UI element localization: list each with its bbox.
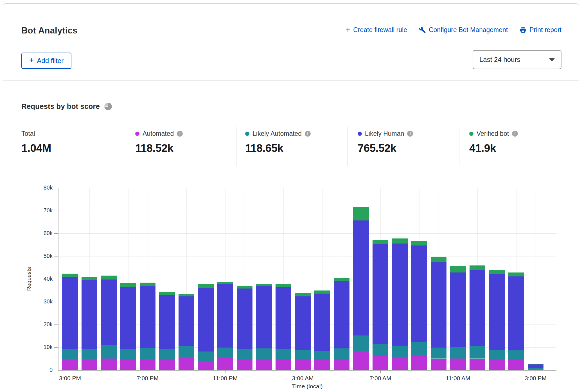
y-tick-label: 10k — [27, 344, 53, 350]
info-icon[interactable]: i — [305, 131, 311, 137]
x-tick — [225, 370, 225, 373]
bar-segment-automated — [353, 351, 369, 370]
header-actions: + Create firewall rule Configure Bot Man… — [346, 26, 561, 34]
x-tick — [70, 370, 70, 373]
bar-segment-likely-human — [314, 294, 330, 351]
bar-segment-automated — [179, 357, 194, 370]
bar-segment-likely-human — [470, 270, 485, 346]
stat-value: 118.52k — [135, 142, 183, 154]
bar-segment-likely-automated — [314, 351, 330, 360]
gridline — [58, 233, 556, 234]
bar-segment-likely-automated — [82, 349, 97, 359]
stat-divider — [459, 127, 459, 166]
bar-segment-automated — [101, 359, 117, 370]
section-title-row: Requests by bot score — [21, 102, 112, 111]
bar-segment-likely-human — [276, 287, 291, 349]
y-tick-label: 30k — [27, 298, 53, 305]
bar-segment-verified-bot — [295, 293, 311, 297]
bar-segment-automated — [489, 359, 505, 370]
bar-segment-automated — [450, 359, 466, 370]
bar-segment-likely-human — [140, 286, 155, 348]
y-tick-label: 80k — [27, 184, 53, 191]
y-tick — [54, 347, 58, 348]
y-tick — [54, 370, 58, 370]
section-title: Requests by bot score — [21, 102, 100, 111]
bar-segment-verified-bot — [334, 278, 349, 281]
bar-segment-likely-human — [392, 244, 408, 346]
bar-segment-automated — [217, 358, 233, 370]
y-tick — [54, 325, 58, 325]
bar-segment-likely-human — [179, 296, 194, 346]
x-tick — [303, 370, 303, 373]
x-tick-label: 3:00 AM — [283, 375, 322, 382]
stat-col-total: Total1.04M — [21, 130, 51, 154]
print-report-link[interactable]: Print report — [520, 26, 561, 34]
info-icon[interactable]: i — [512, 131, 518, 137]
x-tick-label: 7:00 AM — [361, 375, 400, 382]
bar-segment-verified-bot — [217, 282, 233, 284]
bar-segment-automated — [470, 359, 485, 370]
bar-segment-automated — [82, 359, 97, 370]
add-filter-button[interactable]: + Add filter — [21, 53, 71, 69]
configure-bot-management-link[interactable]: Configure Bot Management — [419, 26, 508, 34]
bar-segment-automated — [159, 360, 175, 370]
bar-segment-likely-human — [120, 287, 136, 349]
bar-segment-verified-bot — [314, 290, 330, 294]
bar-segment-automated — [140, 359, 155, 370]
bar-segment-likely-automated — [431, 348, 446, 359]
card-header: Bot Analytics + Create firewall rule Con… — [3, 4, 579, 80]
requests-by-bot-score-chart: Requests Time (local) 010k20k30k40k50k60… — [3, 172, 582, 392]
stat-label: Likely Automated — [252, 130, 302, 138]
stat-col-verified-bot: Verified boti41.9k — [469, 130, 518, 154]
legend-dot — [469, 132, 473, 136]
bar-segment-verified-bot — [392, 238, 408, 244]
gridline — [58, 211, 556, 211]
bar-segment-automated — [237, 359, 252, 370]
gridline — [58, 256, 556, 256]
info-icon[interactable]: i — [177, 131, 183, 137]
stats-row: Total1.04MAutomatedi118.52kLikely Automa… — [3, 127, 579, 168]
stat-label: Automated — [143, 130, 174, 138]
y-tick-label: 20k — [27, 321, 53, 328]
bar-segment-likely-human — [159, 295, 175, 349]
bar-segment-verified-bot — [179, 294, 194, 296]
x-tick-label: 3:00 PM — [50, 375, 90, 382]
bar-segment-likely-human — [489, 274, 505, 350]
stat-value: 41.9k — [469, 142, 518, 154]
bar-segment-automated — [256, 360, 272, 370]
bar-segment-likely-human — [411, 245, 427, 342]
bar-segment-likely-automated — [411, 342, 427, 355]
y-tick-label: 60k — [27, 230, 53, 236]
x-tick — [148, 370, 148, 373]
stat-value: 1.04M — [21, 142, 51, 154]
bar-segment-likely-automated — [508, 350, 524, 359]
bar-segment-verified-bot — [120, 283, 136, 287]
wrench-icon — [419, 26, 426, 33]
y-tick-label: 0 — [27, 367, 53, 373]
x-tick — [536, 370, 536, 373]
bar-segment-automated — [373, 356, 388, 370]
stat-head: Likely Automatedi — [245, 130, 311, 138]
plus-icon: + — [346, 27, 351, 33]
bar-segment-verified-bot — [353, 207, 369, 220]
bar-segment-verified-bot — [431, 257, 446, 262]
chevron-down-icon — [549, 58, 555, 62]
bar-segment-verified-bot — [140, 283, 155, 286]
bar-segment-verified-bot — [256, 284, 272, 286]
bar-segment-likely-human — [528, 364, 543, 368]
x-tick-label: 7:00 PM — [128, 375, 167, 382]
bar-segment-likely-human — [217, 284, 233, 348]
printer-icon — [520, 26, 527, 33]
time-range-select[interactable]: Last 24 hours — [473, 50, 561, 69]
bar-segment-automated — [295, 360, 311, 370]
add-filter-label: Add filter — [37, 57, 64, 65]
bar-segment-automated — [334, 360, 349, 370]
stat-value: 118.65k — [245, 142, 311, 154]
bar-segment-likely-automated — [295, 350, 311, 360]
x-tick-label: 11:00 PM — [206, 375, 245, 382]
bar-segment-automated — [120, 360, 136, 370]
create-firewall-rule-link[interactable]: + Create firewall rule — [346, 26, 407, 34]
plus-icon: + — [29, 57, 34, 63]
info-icon[interactable]: i — [407, 131, 413, 137]
bar-segment-likely-human — [450, 272, 466, 347]
